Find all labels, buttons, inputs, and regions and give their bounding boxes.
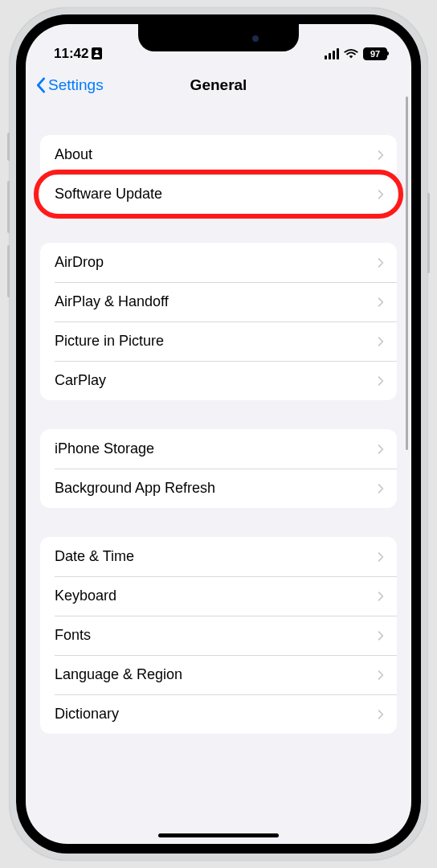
wifi-icon — [344, 48, 358, 59]
page-title: General — [190, 76, 247, 94]
row-background-app-refresh[interactable]: Background App Refresh — [40, 469, 397, 508]
row-picture-in-picture[interactable]: Picture in Picture — [40, 321, 397, 361]
chevron-right-icon — [378, 551, 384, 563]
settings-group: AirDropAirPlay & HandoffPicture in Pictu… — [40, 243, 397, 400]
row-airdrop[interactable]: AirDrop — [40, 243, 397, 282]
chevron-right-icon — [378, 591, 384, 602]
power-button — [427, 193, 430, 273]
chevron-right-icon — [378, 709, 384, 720]
chevron-right-icon — [378, 297, 384, 308]
nav-bar: Settings General — [26, 68, 411, 106]
row-label: Picture in Picture — [55, 333, 164, 350]
scrollbar[interactable] — [406, 96, 408, 450]
home-indicator[interactable] — [158, 833, 279, 837]
settings-list[interactable]: AboutSoftware UpdateAirDropAirPlay & Han… — [26, 106, 411, 833]
row-iphone-storage[interactable]: iPhone Storage — [40, 429, 397, 469]
row-label: Dictionary — [55, 706, 119, 723]
row-label: AirDrop — [55, 254, 104, 271]
row-label: Keyboard — [55, 588, 116, 604]
row-label: Fonts — [55, 627, 91, 644]
contact-card-icon — [92, 47, 102, 59]
svg-point-0 — [96, 50, 99, 53]
back-label: Settings — [48, 76, 104, 94]
chevron-right-icon — [378, 149, 384, 161]
chevron-right-icon — [378, 257, 384, 268]
chevron-right-icon — [378, 669, 384, 681]
cellular-signal-icon — [325, 48, 339, 59]
row-language-region[interactable]: Language & Region — [40, 655, 397, 694]
settings-group: Date & TimeKeyboardFontsLanguage & Regio… — [40, 537, 397, 734]
volume-up-button — [7, 181, 10, 233]
status-time: 11:42 — [54, 46, 88, 62]
row-label: AirPlay & Handoff — [55, 293, 169, 310]
row-dictionary[interactable]: Dictionary — [40, 694, 397, 734]
row-label: Date & Time — [55, 548, 134, 565]
chevron-left-icon — [35, 77, 46, 93]
notch — [138, 24, 299, 51]
screen: 11:42 — [26, 24, 411, 844]
battery-icon: 97 — [363, 47, 387, 60]
chevron-right-icon — [378, 483, 384, 494]
back-button[interactable]: Settings — [35, 76, 104, 94]
chevron-right-icon — [378, 630, 384, 641]
phone-frame: 11:42 — [10, 8, 427, 860]
chevron-right-icon — [378, 375, 384, 387]
row-label: Language & Region — [55, 666, 182, 683]
row-about[interactable]: About — [40, 135, 397, 174]
row-label: Software Update — [55, 186, 162, 203]
row-software-update[interactable]: Software Update — [40, 174, 397, 214]
row-label: About — [55, 146, 92, 163]
row-fonts[interactable]: Fonts — [40, 616, 397, 655]
volume-down-button — [7, 245, 10, 297]
row-label: CarPlay — [55, 372, 106, 389]
mute-switch — [7, 133, 10, 161]
row-date-time[interactable]: Date & Time — [40, 537, 397, 576]
row-label: Background App Refresh — [55, 480, 215, 497]
chevron-right-icon — [378, 336, 384, 347]
chevron-right-icon — [378, 189, 384, 200]
row-carplay[interactable]: CarPlay — [40, 361, 397, 400]
battery-percentage: 97 — [365, 49, 386, 59]
row-keyboard[interactable]: Keyboard — [40, 576, 397, 616]
chevron-right-icon — [378, 444, 384, 455]
row-label: iPhone Storage — [55, 440, 154, 457]
row-airplay-handoff[interactable]: AirPlay & Handoff — [40, 282, 397, 321]
settings-group: AboutSoftware Update — [40, 135, 397, 214]
settings-group: iPhone StorageBackground App Refresh — [40, 429, 397, 508]
